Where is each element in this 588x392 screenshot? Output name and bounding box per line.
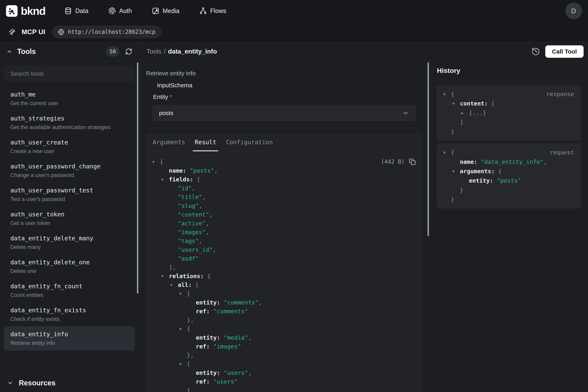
history-entry-response[interactable]: response▼{▼content: [▶{...}]} [436, 85, 581, 141]
indent-guide [161, 386, 170, 392]
json-line: entity: "media", [152, 333, 416, 342]
json-toggle-icon[interactable]: ▼ [152, 158, 160, 166]
call-tool-button[interactable]: Call Tool [545, 45, 584, 58]
indent-guide [152, 202, 161, 210]
tool-item-data_entity_fn_exists[interactable]: data_entity_fn_existsCheck if entity exi… [4, 302, 135, 326]
tool-item-auth_strategies[interactable]: auth_strategiesGet the available authent… [4, 111, 135, 135]
json-key: content: [460, 99, 491, 108]
required-asterisk: * [170, 94, 172, 100]
json-string-value: "comments" [213, 307, 248, 316]
json-string-value: "asdf" [178, 254, 199, 263]
tool-item-auth_user_password_test[interactable]: auth_user_password_testTest a user's pas… [4, 182, 135, 206]
json-toggle-icon[interactable]: ▼ [179, 324, 187, 333]
indent-guide [152, 342, 161, 351]
nav-item-data[interactable]: Data [64, 7, 88, 14]
tool-name: auth_user_token [10, 211, 128, 218]
json-toggle-icon[interactable]: ▼ [452, 167, 460, 176]
json-toggle-spacer [188, 377, 196, 386]
refresh-tools-icon[interactable] [125, 48, 132, 55]
expand-resources-chevron-down-icon[interactable] [7, 380, 13, 386]
nav-item-label: Flows [210, 8, 226, 14]
indent-guide [443, 176, 452, 186]
tools-section-header: Tools 50 [0, 42, 139, 61]
indent-guide [152, 351, 161, 360]
indent-guide [452, 176, 461, 186]
tool-item-data_entity_delete_one[interactable]: data_entity_delete_oneDelete one [4, 254, 135, 278]
nav-item-media[interactable]: Media [152, 7, 180, 14]
user-avatar[interactable]: D [565, 2, 582, 20]
tool-description: Change a user's password [10, 172, 128, 178]
history-entry-request[interactable]: request▼{name: "data_entity_info",▼argum… [436, 144, 581, 208]
tool-item-auth_user_create[interactable]: auth_user_createCreate a new user [4, 135, 135, 159]
json-toggle-icon[interactable]: ▼ [443, 148, 451, 157]
indent-guide [179, 342, 188, 351]
json-punctuation: , [544, 157, 547, 167]
resources-section-title: Resources [19, 379, 55, 387]
indent-guide [170, 351, 179, 360]
json-key: ref: [196, 342, 213, 351]
json-key: name: [169, 166, 190, 175]
json-toggle-icon[interactable]: ▼ [161, 272, 169, 280]
json-line: ▼{ [152, 289, 416, 298]
json-key: entity: [196, 298, 224, 307]
json-string-value: "title" [178, 192, 202, 202]
search-tools-input[interactable] [4, 66, 135, 82]
indent-guide [152, 263, 161, 272]
json-toggle-spacer [170, 236, 178, 245]
indent-guide [161, 192, 170, 202]
tool-name: auth_user_password_test [10, 187, 128, 194]
json-line: "content", [152, 210, 416, 219]
tool-item-data_entity_info[interactable]: data_entity_infoRetrieve entity info [4, 326, 135, 350]
resources-section-header[interactable]: Resources [0, 374, 139, 392]
json-line: ref: "users" [152, 377, 416, 386]
json-toggle-icon[interactable]: ▼ [443, 90, 451, 99]
tool-item-auth_user_token[interactable]: auth_user_tokenGet a user token [4, 206, 135, 230]
tool-item-auth_user_password_change[interactable]: auth_user_password_changeChange a user's… [4, 159, 135, 182]
sidebar-scrollbar[interactable] [137, 62, 138, 294]
json-line: } [443, 127, 575, 136]
collapse-tools-chevron-up-icon[interactable] [6, 48, 12, 54]
tool-description: Create a new user [10, 148, 128, 154]
json-string-value: "users" [213, 377, 237, 386]
json-toggle-icon[interactable]: ▼ [161, 175, 169, 184]
tab-arguments[interactable]: Arguments [153, 134, 185, 151]
json-toggle-icon[interactable]: ▼ [179, 360, 187, 368]
json-punctuation: , [209, 210, 212, 219]
json-line: "tags", [152, 236, 416, 245]
history-clock-icon[interactable] [531, 47, 540, 56]
json-string-value: "posts" [190, 166, 214, 175]
tab-result[interactable]: Result [195, 134, 216, 151]
copy-icon[interactable] [409, 158, 416, 165]
header-actions: Call Tool [531, 45, 584, 58]
bknd-logo[interactable]: bknd [6, 4, 45, 18]
json-string-value: "data_entity_info" [481, 157, 544, 167]
tool-item-data_entity_delete_many[interactable]: data_entity_delete_manyDelete many [4, 230, 135, 254]
indent-guide [443, 167, 452, 176]
tools-count-badge: 50 [106, 46, 120, 57]
input-schema-legend: InputSchema [155, 82, 195, 89]
json-string-value: "slug" [178, 202, 199, 210]
json-punctuation: ], [169, 263, 176, 272]
tool-item-auth_me[interactable]: auth_meGet the current user [4, 87, 135, 111]
indent-guide [443, 186, 452, 195]
json-toggle-icon[interactable]: ▼ [170, 280, 178, 289]
nav-item-auth[interactable]: Auth [108, 7, 132, 14]
main-scrollbar[interactable] [427, 62, 429, 236]
json-toggle-icon[interactable]: ▼ [179, 289, 187, 298]
page-title: MCP UI [21, 28, 45, 36]
breadcrumb-tools-link[interactable]: Tools [147, 48, 162, 55]
nav-item-flows[interactable]: Flows [199, 7, 226, 14]
entity-select[interactable]: posts [152, 105, 416, 121]
mcp-url-pill[interactable]: http://localhost:28623/mcp [52, 26, 161, 38]
nav-item-label: Data [75, 8, 88, 14]
json-punctuation: }, [187, 351, 194, 360]
tool-item-data_entity_fn_count[interactable]: data_entity_fn_countCount entities [4, 278, 135, 302]
indent-guide [152, 236, 161, 245]
tool-name: auth_strategies [10, 115, 128, 122]
tab-configuration[interactable]: Configuration [226, 134, 273, 151]
json-toggle-icon[interactable]: ▼ [452, 99, 460, 108]
json-toggle-icon[interactable]: ▶ [461, 108, 469, 118]
history-title: History [437, 67, 460, 74]
history-entry-type-label: response [546, 90, 574, 99]
workspace: Tools / data_entity_info Call Tool Retri… [139, 42, 588, 392]
